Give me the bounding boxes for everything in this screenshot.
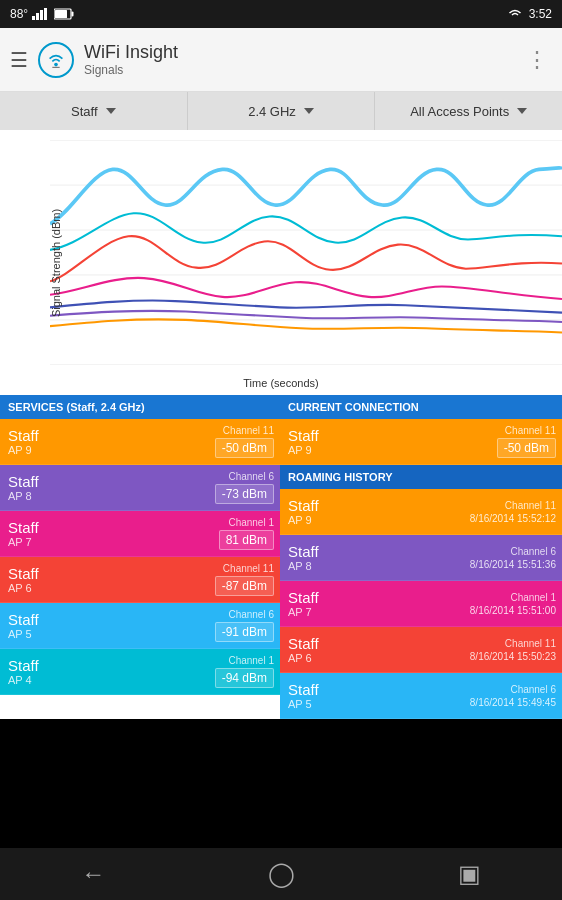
service-name: Staff: [8, 657, 167, 674]
filter-network-arrow: [106, 108, 116, 114]
status-bar: 88° 3:52: [0, 0, 562, 28]
current-connection-header: CURRENT CONNECTION: [280, 395, 562, 419]
service-row[interactable]: Staff AP 5 Channel 6 -91 dBm: [0, 603, 280, 649]
service-info: Staff AP 6: [0, 557, 175, 602]
service-signal: Channel 11 -87 dBm: [175, 557, 280, 602]
conn-signal: Channel 11 -50 dBm: [455, 419, 562, 464]
service-dbm: -87 dBm: [215, 576, 274, 596]
roaming-ap: AP 7: [288, 606, 447, 618]
svg-rect-1: [36, 13, 39, 20]
conn-name: Staff: [288, 427, 447, 444]
app-title-block: WiFi Insight Signals: [84, 42, 552, 77]
clock: 3:52: [529, 7, 552, 21]
roaming-date: 8/16/2014 15:52:12: [470, 513, 556, 524]
service-row[interactable]: Staff AP 7 Channel 1 81 dBm: [0, 511, 280, 557]
overflow-menu-icon[interactable]: ⋮: [526, 47, 550, 73]
roaming-channel: Channel 6: [510, 546, 556, 557]
svg-rect-6: [55, 10, 67, 18]
roaming-name: Staff: [288, 681, 447, 698]
roaming-row[interactable]: Staff AP 9 Channel 11 8/16/2014 15:52:12: [280, 489, 562, 535]
filter-network-label: Staff: [71, 104, 98, 119]
filter-access-points[interactable]: All Access Points: [375, 92, 562, 130]
roaming-info: Staff AP 9: [280, 489, 455, 534]
hamburger-icon[interactable]: ☰: [10, 48, 28, 72]
signal-chart: -20 -40 -60 -80 -100 -180 -120 -60 0: [50, 140, 562, 365]
service-signal: Channel 11 -50 dBm: [175, 419, 280, 464]
roaming-channel: Channel 1: [510, 592, 556, 603]
signal-bars-icon: [32, 8, 50, 20]
filter-frequency[interactable]: 2.4 GHz: [188, 92, 376, 130]
current-connection-row[interactable]: Staff AP 9 Channel 11 -50 dBm: [280, 419, 562, 465]
filter-ap-arrow: [517, 108, 527, 114]
filter-network[interactable]: Staff: [0, 92, 188, 130]
conn-dbm: -50 dBm: [497, 438, 556, 458]
service-signal: Channel 1 -94 dBm: [175, 649, 280, 694]
service-row[interactable]: Staff AP 9 Channel 11 -50 dBm: [0, 419, 280, 465]
roaming-name: Staff: [288, 497, 447, 514]
service-info: Staff AP 5: [0, 603, 175, 648]
service-dbm: 81 dBm: [219, 530, 274, 550]
wifi-status-icon: [507, 8, 523, 20]
roaming-ap: AP 6: [288, 652, 447, 664]
roaming-row[interactable]: Staff AP 7 Channel 1 8/16/2014 15:51:00: [280, 581, 562, 627]
roaming-signal: Channel 11 8/16/2014 15:50:23: [455, 627, 562, 672]
roaming-channel: Channel 11: [505, 500, 556, 511]
service-dbm: -50 dBm: [215, 438, 274, 458]
svg-point-7: [54, 62, 58, 66]
roaming-signal: Channel 1 8/16/2014 15:51:00: [455, 581, 562, 626]
roaming-signal: Channel 6 8/16/2014 15:51:36: [455, 535, 562, 580]
service-row[interactable]: Staff AP 6 Channel 11 -87 dBm: [0, 557, 280, 603]
service-name: Staff: [8, 565, 167, 582]
battery-icon: [54, 8, 74, 20]
service-channel: Channel 11: [223, 425, 274, 436]
service-info: Staff AP 8: [0, 465, 175, 510]
roaming-row[interactable]: Staff AP 8 Channel 6 8/16/2014 15:51:36: [280, 535, 562, 581]
recents-button[interactable]: ▣: [438, 852, 501, 896]
svg-rect-5: [72, 12, 74, 17]
roaming-row[interactable]: Staff AP 6 Channel 11 8/16/2014 15:50:23: [280, 627, 562, 673]
filter-ap-label: All Access Points: [410, 104, 509, 119]
roaming-name: Staff: [288, 543, 447, 560]
chart-container: Signal Strength (dBm) -20 -40 -60 -80 -1…: [0, 130, 562, 395]
service-dbm: -94 dBm: [215, 668, 274, 688]
nav-bar: ← ◯ ▣: [0, 848, 562, 900]
roaming-info: Staff AP 7: [280, 581, 455, 626]
service-channel: Channel 1: [228, 655, 274, 666]
service-name: Staff: [8, 611, 167, 628]
home-button[interactable]: ◯: [248, 852, 315, 896]
service-row[interactable]: Staff AP 8 Channel 6 -73 dBm: [0, 465, 280, 511]
roaming-date: 8/16/2014 15:51:00: [470, 605, 556, 616]
roaming-ap: AP 5: [288, 698, 447, 710]
chart-y-label: Signal Strength (dBm): [50, 208, 62, 316]
service-ap: AP 4: [8, 674, 167, 686]
app-bar: ☰ WiFi Insight Signals ⋮: [0, 28, 562, 92]
connection-panel: CURRENT CONNECTION Staff AP 9 Channel 11…: [280, 395, 562, 719]
roaming-ap: AP 9: [288, 514, 447, 526]
app-logo: [38, 42, 74, 78]
roaming-name: Staff: [288, 635, 447, 652]
status-right: 3:52: [507, 7, 552, 21]
service-ap: AP 9: [8, 444, 167, 456]
services-header: SERVICES (Staff, 2.4 GHz): [0, 395, 280, 419]
service-signal: Channel 1 81 dBm: [175, 511, 280, 556]
service-row[interactable]: Staff AP 4 Channel 1 -94 dBm: [0, 649, 280, 695]
conn-ap: AP 9: [288, 444, 447, 456]
roaming-history-header: ROAMING HISTORY: [280, 465, 562, 489]
service-ap: AP 7: [8, 536, 167, 548]
status-left: 88°: [10, 7, 74, 21]
roaming-row[interactable]: Staff AP 5 Channel 6 8/16/2014 15:49:45: [280, 673, 562, 719]
roaming-ap: AP 8: [288, 560, 447, 572]
roaming-date: 8/16/2014 15:49:45: [470, 697, 556, 708]
svg-rect-3: [44, 8, 47, 20]
svg-rect-0: [32, 16, 35, 20]
temperature: 88°: [10, 7, 28, 21]
roaming-signal: Channel 6 8/16/2014 15:49:45: [455, 673, 562, 718]
conn-channel: Channel 11: [505, 425, 556, 436]
data-section: SERVICES (Staff, 2.4 GHz) Staff AP 9 Cha…: [0, 395, 562, 719]
roaming-info: Staff AP 5: [280, 673, 455, 718]
app-subtitle: Signals: [84, 63, 552, 77]
service-info: Staff AP 7: [0, 511, 175, 556]
service-ap: AP 8: [8, 490, 167, 502]
service-signal: Channel 6 -73 dBm: [175, 465, 280, 510]
back-button[interactable]: ←: [61, 852, 125, 896]
